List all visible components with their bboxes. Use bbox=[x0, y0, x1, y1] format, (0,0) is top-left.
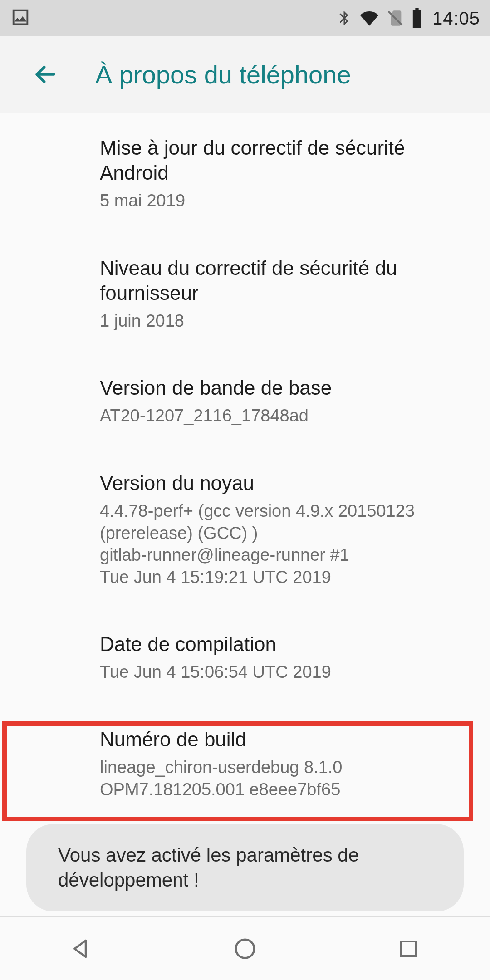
svg-marker-1 bbox=[74, 941, 86, 957]
status-bar: 14:05 bbox=[0, 0, 490, 36]
item-baseband-version[interactable]: Version de bande de base AT20-1207_2116_… bbox=[100, 353, 472, 449]
no-sim-icon bbox=[386, 8, 404, 28]
item-subtitle: AT20-1207_2116_17848ad bbox=[100, 405, 472, 427]
item-subtitle: 5 mai 2019 bbox=[100, 190, 472, 212]
back-button[interactable] bbox=[27, 56, 64, 93]
toast-text: Vous avez activé les paramètres de dével… bbox=[58, 844, 359, 891]
item-kernel-version[interactable]: Version du noyau 4.4.78-perf+ (gcc versi… bbox=[100, 449, 472, 610]
settings-list: Mise à jour du correctif de sécurité And… bbox=[0, 113, 490, 909]
item-subtitle: 4.4.78-perf+ (gcc version 4.9.x 20150123… bbox=[100, 500, 472, 588]
item-subtitle: Tue Jun 4 15:06:54 UTC 2019 bbox=[100, 661, 472, 683]
nav-home-button[interactable] bbox=[200, 926, 290, 971]
nav-recent-button[interactable] bbox=[363, 926, 454, 971]
battery-icon bbox=[411, 8, 423, 28]
item-title: Version de bande de base bbox=[100, 375, 472, 400]
app-header: À propos du téléphone bbox=[0, 36, 490, 113]
item-title: Mise à jour du correctif de sécurité And… bbox=[100, 135, 472, 185]
toast-message: Vous avez activé les paramètres de dével… bbox=[26, 824, 464, 911]
navigation-bar bbox=[0, 916, 490, 980]
page-title: À propos du téléphone bbox=[95, 60, 351, 89]
item-subtitle: 1 juin 2018 bbox=[100, 310, 472, 332]
nav-back-button[interactable] bbox=[36, 926, 127, 971]
item-subtitle: lineage_chiron-userdebug 8.1.0 OPM7.1812… bbox=[100, 756, 472, 800]
image-icon bbox=[10, 7, 31, 29]
svg-point-2 bbox=[236, 939, 255, 958]
item-build-number[interactable]: Numéro de build lineage_chiron-userdebug… bbox=[100, 705, 472, 822]
bluetooth-icon bbox=[336, 9, 353, 28]
item-vendor-security-patch[interactable]: Niveau du correctif de sécurité du fourn… bbox=[100, 234, 472, 354]
item-build-date[interactable]: Date de compilation Tue Jun 4 15:06:54 U… bbox=[100, 610, 472, 705]
item-android-security-patch[interactable]: Mise à jour du correctif de sécurité And… bbox=[100, 113, 472, 234]
svg-rect-3 bbox=[401, 941, 416, 956]
clock-text: 14:05 bbox=[432, 8, 480, 29]
item-title: Version du noyau bbox=[100, 470, 472, 495]
item-title: Numéro de build bbox=[100, 727, 472, 752]
wifi-icon bbox=[359, 9, 380, 27]
item-title: Date de compilation bbox=[100, 632, 472, 657]
item-title: Niveau du correctif de sécurité du fourn… bbox=[100, 255, 472, 305]
